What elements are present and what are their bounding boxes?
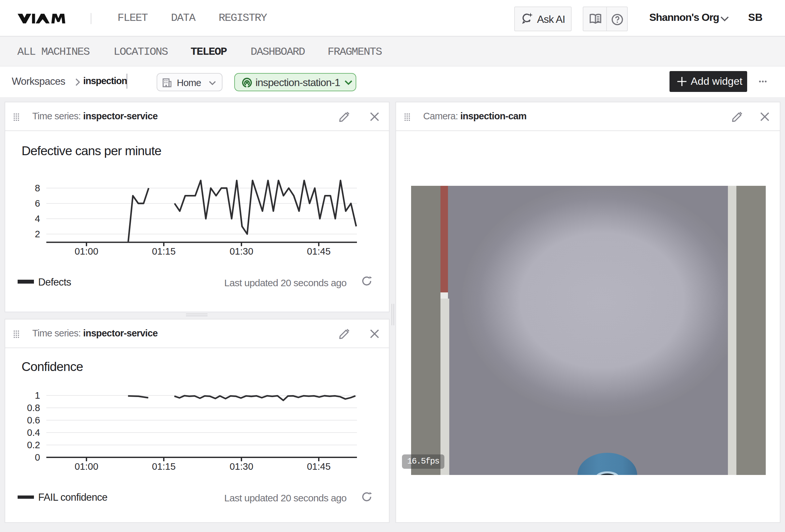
- svg-text:01:15: 01:15: [152, 461, 176, 472]
- svg-text:0.8: 0.8: [27, 403, 40, 413]
- svg-text:01:15: 01:15: [152, 246, 176, 257]
- svg-text:01:00: 01:00: [74, 461, 98, 472]
- svg-text:0.6: 0.6: [27, 415, 40, 425]
- svg-text:0.2: 0.2: [27, 440, 40, 450]
- svg-text:8: 8: [34, 183, 40, 193]
- svg-text:6: 6: [34, 198, 40, 209]
- svg-text:0: 0: [34, 452, 40, 462]
- svg-text:2: 2: [34, 229, 40, 239]
- svg-text:01:45: 01:45: [307, 461, 330, 472]
- svg-text:01:30: 01:30: [229, 246, 253, 257]
- svg-text:4: 4: [34, 214, 40, 224]
- svg-text:01:45: 01:45: [307, 246, 330, 257]
- svg-text:01:00: 01:00: [74, 246, 98, 257]
- svg-text:0.4: 0.4: [27, 427, 40, 438]
- svg-text:01:30: 01:30: [229, 461, 253, 472]
- svg-text:1: 1: [34, 390, 40, 401]
